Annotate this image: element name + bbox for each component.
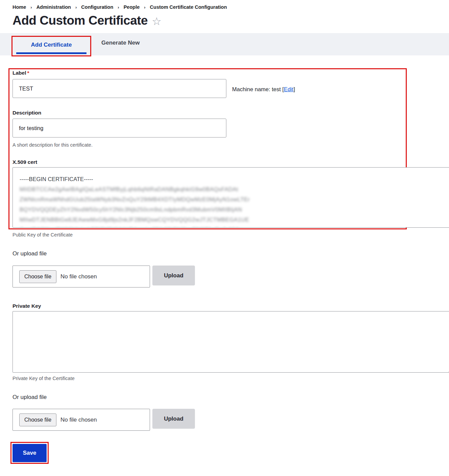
description-help-text: A short description for this certificate… — [13, 142, 93, 148]
breadcrumb: Home › Administration › Configuration › … — [13, 4, 227, 10]
x509-cert-label: X.509 cert — [13, 159, 37, 165]
cert-choose-file-button[interactable]: Choose file — [19, 270, 56, 283]
required-marker: * — [27, 70, 29, 76]
blurred-cert-line: BQYDVQQDEyZhY2NvdW50cy5hY2Nlc3Njb250cm9s… — [20, 204, 293, 215]
label-field-label: Label* — [13, 70, 29, 76]
breadcrumb-separator-icon: › — [118, 5, 119, 10]
active-tab-underline — [16, 52, 86, 54]
description-field-label: Description — [13, 110, 41, 116]
machine-name-edit-link[interactable]: Edit — [284, 86, 293, 92]
key-choose-file-button[interactable]: Choose file — [19, 414, 56, 426]
key-file-status: No file chosen — [60, 417, 97, 423]
label-field-label-text: Label — [13, 70, 26, 76]
machine-name-value: Machine name: test — [232, 86, 281, 92]
breadcrumb-custom-certificate-configuration[interactable]: Custom Certificate Configuration — [150, 4, 227, 10]
page-canvas: Home › Administration › Configuration › … — [0, 0, 449, 476]
tab-add-certificate[interactable]: Add Certificate — [31, 42, 72, 51]
breadcrumb-people[interactable]: People — [124, 4, 140, 10]
cert-upload-button[interactable]: Upload — [152, 266, 195, 285]
cert-help-text: Public Key of the Certificate — [13, 232, 73, 237]
blurred-cert-line: MIIDBTCCAe2gAwIBAgIQaLeASTMfByjLqhb6qNtR… — [20, 184, 293, 194]
label-input[interactable] — [13, 79, 226, 98]
machine-name-text: Machine name: test [Edit] — [232, 86, 295, 93]
tab-generate-new[interactable]: Generate New — [101, 33, 140, 53]
cert-begin-line: -----BEGIN CERTIFICATE----- — [20, 174, 449, 184]
upload-key-label: Or upload file — [13, 394, 47, 401]
key-upload-button[interactable]: Upload — [152, 409, 195, 429]
breadcrumb-home[interactable]: Home — [13, 4, 26, 10]
page-title: Add Custom Certificate ☆ — [13, 14, 161, 28]
page-title-text: Add Custom Certificate — [13, 14, 148, 28]
annotation-box-tab: Add Certificate — [11, 36, 91, 56]
key-file-input[interactable]: Choose file No file chosen — [13, 409, 150, 431]
description-input[interactable] — [13, 119, 226, 137]
breadcrumb-separator-icon: › — [75, 5, 77, 10]
blurred-cert-line: CswIBA3WvcjBWMIVInhpbTZIZMBIGA1UEAwwLc2F… — [20, 225, 293, 228]
private-key-label: Private Key — [13, 303, 41, 309]
breadcrumb-separator-icon: › — [30, 5, 32, 10]
x509-cert-textarea[interactable]: -----BEGIN CERTIFICATE----- MIIDBTCCAe2g… — [13, 167, 449, 228]
breadcrumb-separator-icon: › — [144, 5, 145, 10]
bracket-close: ] — [294, 86, 295, 92]
tab-bar: Add Certificate Generate New — [0, 33, 449, 55]
cert-file-status: No file chosen — [60, 273, 97, 280]
private-key-help-text: Private Key of the Certificate — [13, 376, 75, 381]
private-key-textarea[interactable] — [13, 311, 449, 373]
blurred-cert-line: ZWNlcnRmaWNhdGUub25taWNyb3NvZnQuY29tMB4X… — [20, 194, 293, 204]
breadcrumb-configuration[interactable]: Configuration — [81, 4, 113, 10]
star-bookmark-icon[interactable]: ☆ — [152, 15, 161, 27]
upload-cert-label: Or upload file — [13, 250, 47, 257]
cert-file-input[interactable]: Choose file No file chosen — [13, 266, 150, 287]
save-button[interactable]: Save — [13, 444, 47, 462]
breadcrumb-administration[interactable]: Administration — [36, 4, 71, 10]
blurred-cert-line: MIIwDTJENBBtGe8JEAwwMxG8jd9js2nkJF2BMQsw… — [20, 215, 293, 225]
